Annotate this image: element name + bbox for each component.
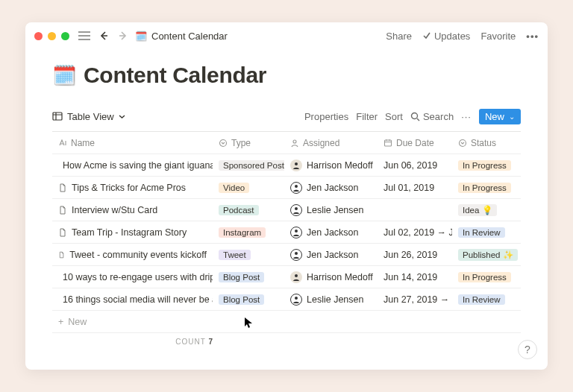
add-row-label: New (68, 317, 87, 327)
share-button[interactable]: Share (386, 31, 412, 42)
table-row[interactable]: Interview w/Stu CardPodcastLeslie Jensen… (52, 199, 521, 221)
cell-due-date[interactable]: Jun 27, 2019 → Ju (378, 294, 452, 305)
breadcrumb[interactable]: 🗓️ Content Calendar (135, 31, 228, 42)
check-icon (422, 31, 431, 40)
assigned-name: Harrison Medoff (307, 272, 373, 282)
forward-button[interactable] (117, 30, 129, 42)
table-view-tab[interactable]: Table View (52, 111, 125, 122)
properties-button[interactable]: Properties (304, 111, 348, 122)
cell-type[interactable]: Blog Post (213, 272, 284, 282)
title-icon (58, 139, 67, 148)
cell-type[interactable]: Podcast (213, 205, 284, 215)
new-button[interactable]: New ⌄ (479, 109, 521, 124)
updates-button[interactable]: Updates (422, 31, 470, 42)
cell-name[interactable]: Team Trip - Instagram Story (52, 227, 213, 238)
column-header-assigned[interactable]: Assigned (284, 138, 378, 148)
cell-name[interactable]: How Acme is saving the giant iguana (52, 160, 213, 171)
cell-assigned[interactable]: Jen Jackson (284, 227, 378, 238)
cell-name[interactable]: Tips & Tricks for Acme Pros (52, 183, 213, 193)
svg-point-2 (220, 139, 227, 146)
cell-due-date[interactable]: Jul 02, 2019 → Jul (378, 227, 452, 238)
cell-name[interactable]: 16 things social media will never be a (52, 294, 213, 305)
sidebar-toggle-icon[interactable] (78, 30, 90, 42)
svg-point-8 (295, 207, 298, 210)
column-header-name[interactable]: Name (52, 138, 213, 148)
cell-name[interactable]: Interview w/Stu Card (52, 205, 213, 215)
table-row[interactable]: Tweet - community events kickoffTweetJen… (52, 244, 521, 266)
page-icon (58, 206, 67, 215)
cell-assigned[interactable]: Harrison Medoff (284, 159, 378, 171)
cell-assigned[interactable]: Jen Jackson (284, 249, 378, 261)
back-button[interactable] (98, 30, 110, 42)
assigned-name: Harrison Medoff (307, 160, 373, 171)
cell-status[interactable]: In Review (452, 294, 521, 305)
table-row[interactable]: 16 things social media will never be aBl… (52, 288, 521, 311)
cell-type[interactable]: Blog Post (213, 294, 284, 305)
minimize-window-button[interactable] (48, 32, 56, 40)
assigned-name: Jen Jackson (307, 227, 358, 238)
column-header-due-date[interactable]: Due Date (378, 138, 452, 148)
table-row[interactable]: Team Trip - Instagram StoryInstagramJen … (52, 221, 521, 244)
table-row[interactable]: Tips & Tricks for Acme ProsVideoJen Jack… (52, 177, 521, 199)
cell-type[interactable]: Tweet (213, 250, 284, 260)
cell-name[interactable]: 10 ways to re-engage users with drip (52, 272, 213, 282)
titlebar: 🗓️ Content Calendar Share Updates Favori… (25, 22, 548, 49)
cell-status[interactable]: In Review (452, 227, 521, 238)
table-row[interactable]: How Acme is saving the giant iguanaSpons… (52, 154, 521, 177)
select-icon (219, 139, 228, 148)
filter-button[interactable]: Filter (356, 111, 378, 122)
database-table: Name Type Assigned Due Date Status (52, 131, 521, 350)
type-tag: Instagram (219, 227, 266, 238)
add-row-button[interactable]: + New (52, 311, 521, 333)
cell-status[interactable]: In Progress (452, 272, 521, 282)
status-tag: In Progress (458, 160, 511, 171)
cell-due-date[interactable]: Jun 06, 2019 (378, 160, 452, 171)
search-label: Search (423, 111, 454, 122)
more-menu-button[interactable]: ••• (526, 31, 539, 42)
cell-type[interactable]: Sponsored Post (213, 160, 284, 171)
sort-button[interactable]: Sort (385, 111, 403, 122)
person-icon (290, 139, 299, 148)
table-row[interactable]: 10 ways to re-engage users with dripBlog… (52, 266, 521, 288)
plus-icon: + (58, 317, 63, 327)
assigned-name: Jen Jackson (307, 250, 358, 260)
cell-type[interactable]: Instagram (213, 227, 284, 238)
page-icon (58, 250, 65, 259)
cell-assigned[interactable]: Harrison Medoff (284, 271, 378, 283)
cell-status[interactable]: In Progress (452, 183, 521, 193)
chevron-down-icon: ⌄ (509, 113, 515, 121)
cell-status[interactable]: In Progress (452, 160, 521, 171)
cell-assigned[interactable]: Leslie Jensen (284, 294, 378, 306)
avatar (290, 227, 302, 238)
cell-name[interactable]: Tweet - community events kickoff (52, 250, 213, 260)
maximize-window-button[interactable] (61, 32, 69, 40)
view-more-button[interactable]: ··· (461, 111, 472, 122)
assigned-name: Leslie Jensen (307, 205, 363, 215)
column-header-status[interactable]: Status (452, 138, 521, 148)
cell-due-date[interactable]: Jun 26, 2019 (378, 250, 452, 260)
cell-status[interactable]: Idea 💡 (452, 204, 521, 216)
cell-due-date[interactable]: Jul 01, 2019 (378, 183, 452, 193)
type-tag: Blog Post (219, 272, 264, 282)
svg-point-5 (460, 139, 466, 146)
cell-assigned[interactable]: Leslie Jensen (284, 204, 378, 216)
status-tag: In Review (458, 227, 505, 238)
status-tag: In Progress (458, 272, 511, 282)
page-title-text[interactable]: Content Calendar (84, 63, 266, 88)
help-button[interactable]: ? (518, 340, 537, 359)
favorite-button[interactable]: Favorite (480, 31, 516, 42)
cell-status[interactable]: Published ✨ (452, 249, 521, 261)
close-window-button[interactable] (34, 32, 43, 40)
row-count: COUNT 7 (52, 333, 213, 350)
page-icon[interactable]: 🗓️ (52, 64, 76, 87)
table-header-row: Name Type Assigned Due Date Status (52, 132, 521, 154)
column-header-type[interactable]: Type (213, 138, 284, 148)
search-button[interactable]: Search (410, 111, 454, 122)
svg-point-1 (411, 113, 417, 118)
svg-point-9 (295, 230, 298, 233)
status-tag: In Progress (458, 183, 511, 193)
cell-due-date[interactable]: Jun 14, 2019 (378, 272, 452, 282)
cell-type[interactable]: Video (213, 183, 284, 193)
select-icon (458, 139, 467, 148)
cell-assigned[interactable]: Jen Jackson (284, 182, 378, 194)
